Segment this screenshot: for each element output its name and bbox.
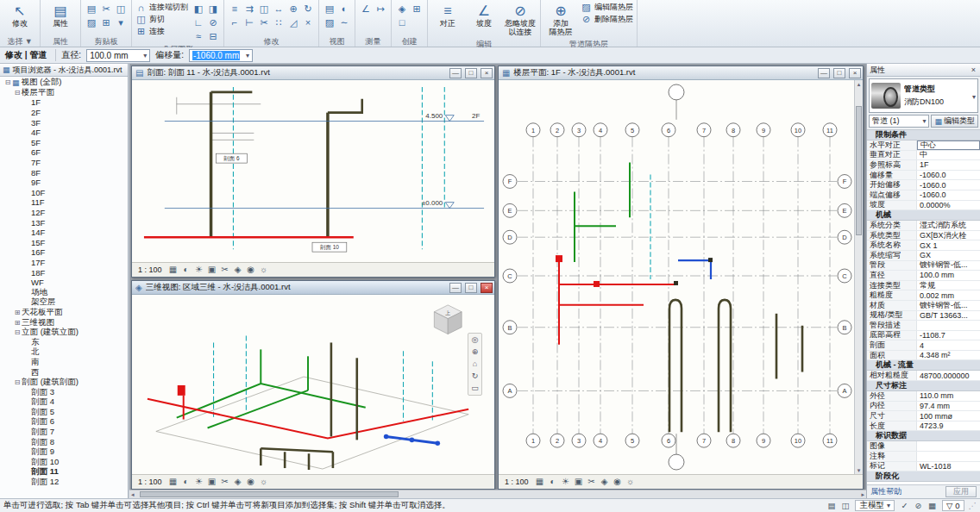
clipboard-more-icon[interactable]: ▾ [114, 16, 128, 28]
view-control-bar[interactable]: 1 : 100 ▦◐☀▣✂◈◉☼ [499, 474, 863, 489]
property-value[interactable]: 4 [917, 340, 980, 350]
editable-only-icon[interactable]: ✓ [899, 501, 910, 510]
property-value[interactable]: 48700.000000 [917, 371, 980, 380]
property-value[interactable] [917, 321, 980, 330]
array-icon[interactable]: ∷ [272, 16, 286, 28]
tree-item-35[interactable]: 剖面 7 [0, 428, 128, 438]
close-icon[interactable]: × [970, 66, 977, 74]
temporary-hide-isolate-icon[interactable]: ◉ [612, 476, 624, 488]
property-value[interactable]: 100 mmø [917, 411, 980, 421]
beam-joins-icon[interactable]: ≈ [192, 29, 205, 42]
shadows-icon[interactable]: ▣ [573, 476, 585, 488]
property-value[interactable]: GX [917, 251, 980, 260]
property-value[interactable] [917, 452, 980, 461]
element-filter-select[interactable]: 管道 (1) ▾ [869, 115, 929, 128]
modify-tool-button[interactable]: ↖修改 [3, 2, 36, 28]
scale-icon[interactable]: ◿ [286, 16, 300, 28]
tree-item-12[interactable]: 11F [0, 197, 128, 208]
expand-icon[interactable]: ⊟ [13, 89, 22, 97]
property-value[interactable]: 中 [917, 151, 980, 160]
create-similar-icon[interactable]: ◈ [395, 2, 409, 15]
pipes-cyan[interactable] [214, 336, 433, 423]
design-options-icon[interactable]: ◫ [839, 501, 851, 510]
tree-item-15[interactable]: 14F [0, 228, 128, 238]
tree-item-34[interactable]: 剖面 6 [0, 417, 128, 428]
match-type-properties-icon[interactable]: ▨ [85, 16, 98, 28]
tree-item-7[interactable]: 6F [0, 147, 128, 158]
split-face-icon[interactable]: ◧ [192, 2, 205, 15]
restore-button[interactable]: □ [833, 68, 845, 78]
level-lines[interactable]: 4.500 2F ±0.000 [165, 112, 484, 209]
tree-item-32[interactable]: 剖面 4 [0, 397, 128, 408]
expand-icon[interactable]: ⊟ [13, 378, 22, 386]
scrollbar-thumb[interactable] [140, 491, 399, 497]
tree-item-28[interactable]: 南 [0, 358, 128, 368]
demolish-icon[interactable]: ⊘ [206, 16, 220, 28]
split-icon[interactable]: ✂ [257, 16, 271, 28]
minimize-button[interactable]: — [818, 68, 830, 78]
window-titlebar[interactable]: ▦ 楼层平面: 1F - 水-没洁具.0001.rvt — □ × [499, 66, 863, 80]
horizontal-scrollbar[interactable]: ◂ ▸ [129, 490, 866, 498]
background-processes-icon[interactable]: ▦ [927, 501, 938, 510]
tree-item-10[interactable]: 9F [0, 178, 128, 188]
project-browser-header[interactable]: ▦ 项目浏览器 - 水-没洁具.0001.rvt [0, 64, 128, 77]
property-value[interactable]: WL-1018 [917, 462, 980, 471]
delete-icon[interactable]: × [301, 16, 315, 28]
scroll-up-icon[interactable]: ▴ [855, 80, 863, 88]
scrollbar-thumb[interactable] [856, 106, 862, 235]
vertical-scrollbar[interactable]: ▴ ▾ [854, 80, 863, 474]
tree-item-21[interactable]: 场地 [0, 287, 128, 297]
window-plan[interactable]: ▦ 楼层平面: 1F - 水-没洁具.0001.rvt — □ × 112233… [498, 66, 864, 490]
tree-item-20[interactable]: WF [0, 278, 128, 288]
properties-header[interactable]: 属性 × [867, 64, 980, 77]
tree-item-14[interactable]: 13F [0, 217, 128, 228]
reveal-hidden-elements-icon[interactable]: ☼ [258, 476, 270, 488]
filter-icon[interactable]: ▽ [946, 501, 952, 510]
tree-item-0[interactable]: ⊟▦视图 (全部) [0, 78, 128, 88]
reveal-hidden-elements-icon[interactable]: ☼ [625, 476, 637, 488]
copy-icon[interactable]: ⊕ [286, 2, 300, 15]
tree-item-13[interactable]: 12F [0, 208, 128, 218]
ignore-slope-button[interactable]: ⊘忽略坡度 以连接 [504, 2, 537, 37]
minimize-button[interactable]: — [449, 68, 462, 78]
property-value[interactable]: 110.0 mm [917, 391, 980, 401]
view-control-bar[interactable]: 1 : 100 ▦◐☀▣✂◈◉☼ [132, 262, 494, 277]
property-value[interactable]: 0.0000% [917, 201, 980, 210]
property-value[interactable]: -1060.0 [917, 190, 980, 200]
property-value[interactable]: 湿式消防系统 [917, 221, 980, 230]
tree-item-17[interactable]: 16F [0, 247, 128, 258]
crop-view-icon[interactable]: ✂ [586, 476, 598, 488]
property-value[interactable]: -1060.0 [917, 180, 980, 190]
navigation-bar[interactable]: ◎⊕⌂↻▭ [468, 333, 482, 396]
create-group-icon[interactable]: ⊞ [410, 2, 424, 15]
home-icon[interactable]: ⌂ [473, 359, 477, 369]
tree-item-19[interactable]: 18F [0, 267, 128, 278]
tree-item-25[interactable]: ⊟立面 (建筑立面) [0, 328, 128, 338]
scale-indicator[interactable]: 1 : 100 [135, 265, 165, 274]
crop-view-icon[interactable]: ✂ [219, 476, 231, 488]
expand-icon[interactable]: ⊟ [13, 328, 22, 336]
trim-icon[interactable]: ⌐ [228, 16, 242, 28]
detail-level-icon[interactable]: ▦ [167, 476, 179, 488]
close-button[interactable]: × [481, 283, 493, 293]
3d-view-canvas[interactable]: 上 [132, 295, 494, 474]
shadows-icon[interactable]: ▣ [206, 476, 218, 488]
restore-button[interactable]: □ [465, 283, 477, 293]
tree-item-2[interactable]: 1F [0, 97, 128, 108]
show-crop-region-icon[interactable]: ◈ [232, 476, 244, 488]
tree-item-4[interactable]: 3F [0, 117, 128, 128]
rotate-icon[interactable]: ↻ [301, 2, 315, 15]
window-3d[interactable]: ◈ 三维视图: 区域三维 - 水-没洁具.0001.rvt — □ × [131, 280, 495, 490]
offset-icon[interactable]: ⇉ [242, 2, 256, 15]
override-graphics-icon[interactable]: ▨ [323, 16, 336, 28]
tree-item-26[interactable]: 东 [0, 337, 128, 347]
property-value[interactable]: 97.4 mm [917, 402, 980, 411]
copy-to-clipboard-icon[interactable]: ◫ [114, 2, 128, 15]
cut-geometry-button[interactable]: ◫剪切 [135, 14, 188, 25]
wall-joins-icon[interactable]: ∟ [192, 16, 205, 28]
scale-indicator[interactable]: 1 : 100 [502, 478, 531, 486]
property-value[interactable]: 镀锌钢管-低... [917, 261, 980, 271]
restore-button[interactable]: □ [465, 68, 477, 78]
move-icon[interactable]: ↔ [272, 2, 286, 15]
scale-indicator[interactable]: 1 : 100 [135, 478, 165, 486]
